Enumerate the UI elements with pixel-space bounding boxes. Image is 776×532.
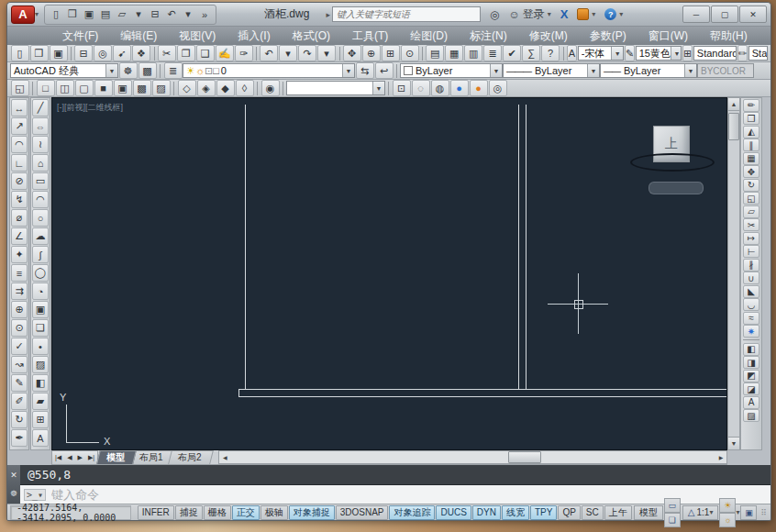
vs-sketchy-icon[interactable]: ▨ — [152, 80, 171, 96]
search-input[interactable] — [332, 6, 481, 22]
command-window-grip[interactable]: ✕ ☸ — [7, 465, 20, 504]
annotation-autoscale-icon[interactable]: ☼ — [719, 513, 736, 527]
undo-dropdown-icon[interactable]: ▾ — [180, 6, 196, 22]
designcenter-icon[interactable]: ▦ — [445, 45, 463, 61]
tab-first-icon[interactable]: |◀ — [52, 454, 64, 461]
fillet-icon[interactable]: ◡ — [743, 298, 759, 311]
ellipse-icon[interactable]: ◯ — [32, 264, 49, 282]
break-at-point-icon[interactable]: ⊢ — [743, 245, 759, 258]
help-button[interactable]: ? ▾ — [604, 8, 623, 20]
move-icon[interactable]: ✥ — [743, 165, 759, 178]
angular-dimension-icon[interactable]: ∠ — [11, 227, 28, 245]
horizontal-scrollbar[interactable]: ◀ ▶ — [218, 450, 727, 464]
dimension-style-select[interactable]: 15黄色▼ — [636, 46, 682, 61]
export-icon[interactable]: ▱ — [114, 6, 130, 22]
menu-item[interactable]: 窗口(W) — [637, 27, 699, 46]
dimension-update-icon[interactable]: ↻ — [11, 411, 28, 428]
vs-face-xray-icon[interactable]: ◊ — [236, 80, 254, 96]
join-icon[interactable]: ∪ — [743, 272, 759, 284]
toggle-osnap[interactable]: 对象捕捉 — [289, 505, 335, 520]
tool-palettes-icon[interactable]: ▥ — [464, 45, 482, 61]
center-mark-icon[interactable]: ⊙ — [11, 319, 28, 337]
toggle-grid[interactable]: 栅格 — [204, 505, 231, 520]
insert-block-icon[interactable]: ▣ — [32, 301, 49, 318]
table-style-icon[interactable]: ⊞ — [682, 45, 693, 61]
annotation-dropdown-icon[interactable]: ▾ — [736, 508, 739, 516]
mirror-icon[interactable]: ◭ — [743, 126, 759, 139]
app-menu-dropdown-icon[interactable]: ▾ — [35, 10, 39, 18]
search-arrow-icon[interactable]: ▸ — [326, 10, 330, 19]
named-view-select[interactable]: ▼ — [286, 81, 385, 95]
render-environment-icon[interactable]: ◌ — [412, 80, 430, 96]
rectangle-icon[interactable]: ▭ — [32, 172, 49, 190]
text-to-front-icon[interactable]: A — [743, 396, 759, 409]
color-select[interactable]: ByLayer▼ — [400, 63, 503, 78]
dimension-text-edit-icon[interactable]: ✐ — [11, 393, 28, 410]
vs-face-gooch-icon[interactable]: ◈ — [197, 80, 216, 96]
vs-face-realistic-icon[interactable]: ◇ — [178, 80, 196, 96]
undo-icon[interactable]: ↶ — [163, 6, 180, 22]
diameter-dimension-icon[interactable]: ⌀ — [11, 209, 28, 227]
zoom-realtime-icon[interactable]: ⊕ — [362, 45, 381, 61]
radius-dimension-icon[interactable]: ⊘ — [11, 172, 28, 190]
scale-icon[interactable]: ◱ — [743, 192, 759, 205]
tolerance-icon[interactable]: ⊕ — [11, 301, 28, 318]
table-icon[interactable]: ⊞ — [32, 411, 49, 428]
toggle-ducs[interactable]: DUCS — [436, 505, 471, 520]
tab-model[interactable]: 模型 — [96, 450, 137, 464]
toggle-snap[interactable]: 捕捉 — [175, 505, 203, 520]
ellipse-arc-icon[interactable]: ◔ — [32, 283, 49, 300]
new-file-icon[interactable]: ▯ — [11, 45, 29, 61]
quickcalc-icon[interactable]: ∑ — [522, 45, 540, 61]
trim-icon[interactable]: ✂ — [743, 218, 759, 231]
properties-icon[interactable]: ▤ — [426, 45, 444, 61]
toggle-transparency[interactable]: TPY — [530, 505, 557, 520]
copy-clip-icon[interactable]: ❐ — [177, 45, 195, 61]
publish-icon[interactable]: ➹ — [113, 45, 131, 61]
command-tools-icon[interactable]: ☸ — [10, 489, 17, 498]
camera-icon[interactable]: ◉ — [261, 80, 280, 96]
make-block-icon[interactable]: ❏ — [32, 319, 49, 337]
new-file-icon[interactable]: ▯ — [48, 6, 64, 22]
open-file-icon[interactable]: ❒ — [64, 6, 81, 22]
jogged-linear-icon[interactable]: ↝ — [11, 356, 28, 373]
vs-conceptual-icon[interactable]: ▣ — [114, 80, 132, 96]
redo-icon[interactable]: ↷ — [298, 45, 316, 61]
toggle-otrack[interactable]: 对象追踪 — [389, 505, 435, 520]
security-lock-button[interactable]: ▾ — [577, 8, 595, 20]
export-dropdown-icon[interactable]: ▾ — [130, 6, 147, 22]
aligned-dimension-icon[interactable]: ↗ — [11, 117, 28, 135]
layer-properties-icon[interactable]: ≣ — [164, 62, 183, 79]
markup-icon[interactable]: ✔ — [503, 45, 521, 61]
linear-dimension-icon[interactable]: ↔ — [11, 99, 28, 116]
layer-previous-icon[interactable]: ↩ — [375, 62, 394, 79]
circle-icon[interactable]: ○ — [32, 209, 49, 227]
close-button[interactable]: ✕ — [739, 6, 767, 23]
erase-icon[interactable]: ✏ — [743, 99, 759, 112]
advanced-render-settings-icon[interactable]: ◍ — [431, 80, 449, 96]
vs-wireframe-icon[interactable]: ◫ — [56, 80, 74, 96]
minimize-button[interactable]: ─ — [682, 6, 710, 23]
copy-icon[interactable]: ❐ — [743, 112, 759, 125]
open-file-icon[interactable]: ❒ — [30, 45, 49, 61]
menu-item[interactable]: 工具(T) — [341, 27, 399, 46]
command-close-icon[interactable]: ✕ — [10, 471, 17, 480]
menu-item[interactable]: 编辑(E) — [109, 27, 168, 46]
horizontal-scroll-thumb[interactable] — [508, 451, 541, 463]
rotate-icon[interactable]: ↻ — [743, 179, 759, 192]
bring-above-icon[interactable]: ◩ — [743, 370, 759, 382]
offset-icon[interactable]: ∥ — [743, 139, 759, 151]
menu-item[interactable]: 绘图(D) — [399, 27, 459, 46]
jogged-dimension-icon[interactable]: ↯ — [11, 191, 28, 208]
app-logo-icon[interactable]: A — [11, 6, 35, 24]
toggle-lineweight[interactable]: 线宽 — [502, 505, 529, 520]
tab-last-icon[interactable]: ▶| — [85, 454, 97, 461]
menu-item[interactable]: 格式(O) — [282, 27, 341, 46]
menu-item[interactable]: 视图(V) — [168, 27, 227, 46]
match-properties-icon[interactable]: ✍ — [216, 45, 234, 61]
toggle-polar[interactable]: 极轴 — [261, 505, 288, 520]
spline-icon[interactable]: ∫ — [32, 246, 49, 263]
undo-icon[interactable]: ↶ — [260, 45, 278, 61]
sheetset-manager-icon[interactable]: ≣ — [483, 45, 502, 61]
revcloud-icon[interactable]: ☁ — [32, 227, 49, 245]
